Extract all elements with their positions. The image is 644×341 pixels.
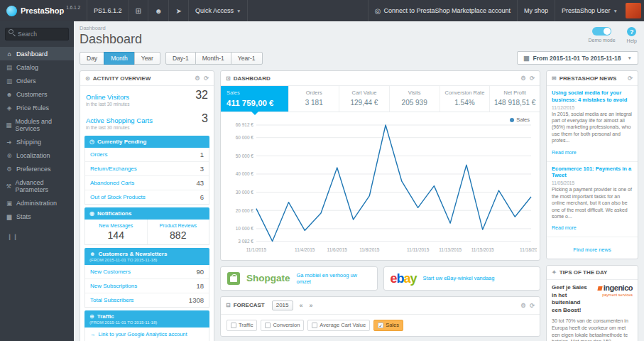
sidebar-item-administration[interactable]: ▣Administration [0,196,74,210]
customers-row: New Subscriptions18 [85,279,209,293]
tips-panel-title: TIPS OF THE DAY [560,269,608,276]
sidebar-item-shipping[interactable]: ➜Shipping [0,135,74,148]
refresh-icon[interactable]: ⟳ [204,75,209,82]
employee-icon[interactable]: ☻ [148,0,170,21]
prestashop-logo[interactable]: PrestaShop 1.6.1.2 [0,0,87,21]
kpi-sales[interactable]: Sales411 759,00 € [221,86,289,112]
gear-icon[interactable]: ⚙ [195,75,200,82]
filter-month-1[interactable]: Month-1 [195,52,231,65]
sidebar-item-label: Price Rules [16,104,49,112]
search-input[interactable] [5,28,69,40]
sidebar-item-localization[interactable]: ⊕Localization [0,148,74,162]
gear-icon[interactable]: ⚙ [520,75,526,82]
logo-text: PrestaShop [21,6,64,15]
ebay-link[interactable]: Start uw eBay-winkel vandaag [423,275,495,281]
active-carts-metric: Active Shopping Carts 3 [80,109,214,124]
next-year-button[interactable]: » [310,302,313,309]
filter-year-1[interactable]: Year-1 [231,52,263,65]
person-icon: ☻ [89,251,95,257]
main-content: Dashboard Dashboard Demo mode ? Help Day… [74,21,644,341]
customers-label[interactable]: New Subscriptions [90,283,137,289]
sidebar-item-label: Localization [16,152,50,159]
refresh-icon[interactable]: ⟳ [530,302,535,309]
dashboard-panel-header: ⊡ DASHBOARD ⚙ ⟳ [221,71,540,86]
pending-row: Return/Exchanges3 [85,162,209,176]
forecast-panel-header: ⊟ FORECAST 2015 « » ⚙ ⟳ [221,297,540,315]
filter-month[interactable]: Month [104,52,135,65]
gear-icon[interactable]: ⚙ [520,302,526,309]
active-carts-link[interactable]: Active Shopping Carts [86,117,153,124]
marketplace-connect-link[interactable]: ◎ Connect to PrestaShop Marketplace acco… [368,0,517,21]
sidebar-item-advanced-parameters[interactable]: ⚒Advanced Parameters [0,175,74,196]
shopgate-link[interactable]: Ga mobiel en verhoog uw omzet [297,272,371,285]
news-title-link[interactable]: Using social media for your business: 4 … [552,90,633,104]
version-label: 1.6.1.2 [66,5,80,10]
demo-mode-toggle[interactable] [592,27,611,36]
google-analytics-link[interactable]: → Link to your Google Analytics account [84,328,209,341]
chart-legend[interactable]: Sales [510,117,530,123]
previous-year-button[interactable]: « [300,302,303,309]
sidebar-item-orders[interactable]: ▥Orders [0,74,74,87]
svg-text:11/11/2015: 11/11/2015 [407,247,430,252]
news-excerpt: In 2015, social media are an integral pa… [552,111,633,144]
sidebar-item-customers[interactable]: ☻Customers [0,87,74,101]
activity-panel-header: ⊙ ACTIVITY OVERVIEW ⚙ ⟳ [80,71,214,86]
ingenico-mark-icon [597,286,602,291]
wrench-icon: ⚒ [6,183,11,190]
kpi-orders[interactable]: Orders3 181 [289,86,339,112]
kpi-visits[interactable]: Visits205 939 [390,86,440,112]
news-title-link[interactable]: Ecommerce 101: Payments in a Tweet [552,166,633,180]
forecast-legend-conversion[interactable]: Conversion [261,320,304,331]
prestashop-news-panel: ✉ PRESTASHOP NEWS ⟳ Using social media f… [546,70,638,259]
forecast-legend-sales[interactable]: ✓Sales [373,320,403,331]
find-more-news-link[interactable]: Find more news [573,247,611,253]
refresh-icon[interactable]: ⟳ [530,75,535,82]
upgrade-rocket-icon[interactable]: ➤ [169,0,188,21]
cart-icon[interactable]: ⊞ [129,0,148,21]
kpi-value: 148 918,51 € [493,99,537,107]
sidebar-item-label: Catalog [16,64,38,71]
my-shop-link[interactable]: My shop [517,0,555,21]
filter-year[interactable]: Year [134,52,160,65]
forecast-legend: TrafficConversionAverage Cart Value✓Sale… [221,315,540,336]
page-header: Dashboard Dashboard Demo mode ? Help [80,23,638,47]
sidebar-item-stats[interactable]: ▆Stats [0,210,74,223]
user-avatar[interactable] [626,3,641,18]
kpi-cart-value[interactable]: Cart Value129,44 € [339,86,390,112]
kpi-conversion-rate[interactable]: Conversion Rate1.54% [440,86,491,112]
filter-day-1[interactable]: Day-1 [165,52,196,65]
notification-product-reviews[interactable]: Product Reviews882 [147,220,209,244]
forecast-legend-traffic[interactable]: Traffic [227,320,257,331]
tips-of-the-day-panel: ✦ TIPS OF THE DAY Geef je Sales in het b… [546,265,638,341]
forecast-legend-average-cart-value[interactable]: Average Cart Value [307,320,370,331]
pending-label[interactable]: Out of Stock Products [90,194,146,200]
user-menu[interactable]: PrestaShop User ▼ [555,0,624,21]
refresh-icon[interactable]: ⟳ [628,75,633,82]
pending-label[interactable]: Return/Exchanges [90,166,137,172]
online-visitors-link[interactable]: Online Visitors [86,93,129,101]
collapse-sidebar-button[interactable]: ❙❙ [7,233,74,240]
sidebar-item-dashboard[interactable]: ⌂Dashboard [0,47,74,60]
kpi-net-profit[interactable]: Net Profit148 918,51 € [490,86,540,112]
topbar-left: PrestaShop 1.6.1.2 PS1.6.1.2 ⊞ ☻ ➤ Quick… [0,0,248,21]
forecast-year-select[interactable]: 2015 [272,301,293,310]
sidebar-item-modules-and-services[interactable]: ▦Modules and Services [0,114,74,135]
panel-tools: ⟳ [628,75,633,82]
quick-access-menu[interactable]: Quick Access ▼ [189,0,248,21]
customers-label[interactable]: Total Subscribers [90,297,133,303]
notification-new-messages[interactable]: New Messages144 [85,220,147,244]
read-more-link[interactable]: Read more [552,225,577,230]
pending-label[interactable]: Orders [90,151,107,158]
sidebar-item-catalog[interactable]: ▤Catalog [0,60,74,74]
read-more-link[interactable]: Read more [552,150,577,155]
globe-icon: ⊕ [89,313,94,320]
shop-name[interactable]: PS1.6.1.2 [87,0,129,21]
help-icon[interactable]: ? [627,27,636,36]
date-range-picker[interactable]: ▦ From 2015-11-01 To 2015-11-18 ▼ [517,51,638,65]
sidebar-item-price-rules[interactable]: ◈Price Rules [0,101,74,114]
customers-label[interactable]: New Customers [90,269,131,275]
svg-text:3 082 €: 3 082 € [238,239,253,244]
pending-label[interactable]: Abandoned Carts [90,180,134,186]
sidebar-item-preferences[interactable]: ⚙Preferences [0,162,74,175]
filter-day[interactable]: Day [80,52,104,65]
